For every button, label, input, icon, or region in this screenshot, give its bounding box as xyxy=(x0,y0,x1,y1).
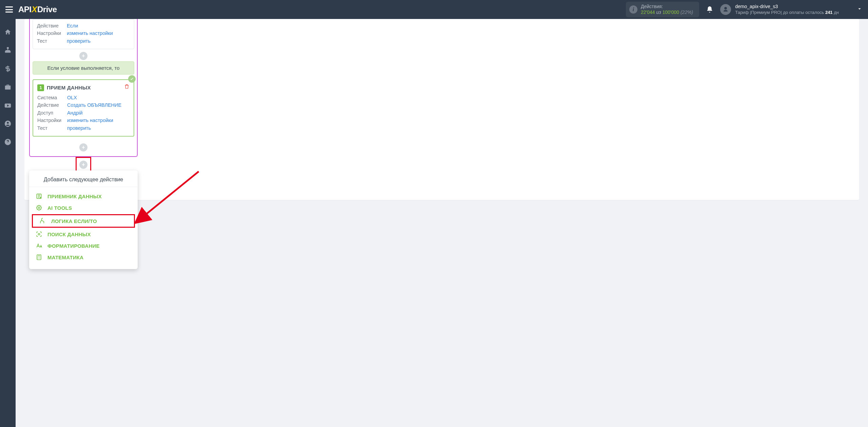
svg-rect-8 xyxy=(37,255,41,260)
bell-icon[interactable] xyxy=(706,6,713,13)
content-card xyxy=(24,19,859,200)
money-icon[interactable] xyxy=(4,65,12,74)
logo[interactable]: API X Drive xyxy=(18,5,57,14)
branch-icon xyxy=(39,218,46,224)
row-label: Действие xyxy=(37,22,67,29)
dropdown-item-ai-tools[interactable]: AI TOOLS xyxy=(29,202,138,214)
brain-icon xyxy=(35,204,43,211)
actions-of: из xyxy=(656,9,661,15)
youtube-icon[interactable] xyxy=(4,102,12,110)
svg-point-6 xyxy=(38,207,40,209)
test-link[interactable]: проверить xyxy=(67,124,91,132)
destination-title: ПРИЕМ ДАННЫХ xyxy=(47,84,91,92)
user-menu[interactable]: demo_apix-drive_s3 Тариф |Премиум PRO| д… xyxy=(720,4,863,15)
list-plus-icon xyxy=(35,193,43,200)
username: demo_apix-drive_s3 xyxy=(735,4,839,10)
step-number-badge: 1 xyxy=(37,84,44,91)
actions-total: 100'000 xyxy=(663,9,679,15)
briefcase-icon[interactable] xyxy=(4,83,12,92)
header-bar: API X Drive i Действия: 22'044 из 100'00… xyxy=(0,0,868,19)
calculator-icon xyxy=(35,254,43,261)
actions-used: 22'044 xyxy=(641,9,655,15)
add-action-dropdown: Добавить следующее действие ПРИЕМНИК ДАН… xyxy=(29,170,138,269)
logo-text-x: X xyxy=(32,5,37,14)
add-step-button[interactable]: + xyxy=(79,52,87,60)
dropdown-item-format[interactable]: ФОРМАТИРОВАНИЕ xyxy=(29,240,138,251)
logic-container: ДействиеЕсли Настройкиизменить настройки… xyxy=(29,19,138,157)
add-step-button[interactable]: + xyxy=(79,143,87,151)
help-icon[interactable] xyxy=(4,138,12,147)
dropdown-title: Добавить следующее действие xyxy=(29,170,138,187)
action-link[interactable]: Если xyxy=(67,22,78,29)
row-label: Настройки xyxy=(37,29,67,37)
dropdown-item-math[interactable]: МАТЕМАТИКА xyxy=(29,251,138,263)
condition-summary-block: ДействиеЕсли Настройкиизменить настройки… xyxy=(33,19,134,49)
tariff-line: Тариф |Премиум PRO| до оплаты осталось 2… xyxy=(735,10,839,15)
destination-block: 1 ПРИЕМ ДАННЫХ СистемаOLX ДействиеСоздат… xyxy=(33,79,134,137)
hamburger-icon[interactable] xyxy=(5,6,13,13)
info-icon: i xyxy=(629,5,637,14)
svg-point-7 xyxy=(38,233,40,235)
text-icon xyxy=(35,242,43,249)
connections-icon[interactable] xyxy=(4,47,12,56)
action-link[interactable]: Создать ОБЪЯВЛЕНИЕ xyxy=(67,101,121,109)
actions-pct: (22%) xyxy=(680,9,693,15)
scan-icon xyxy=(35,231,43,238)
add-action-button[interactable]: + xyxy=(79,161,87,169)
actions-label: Действия: xyxy=(641,4,693,9)
test-link[interactable]: проверить xyxy=(67,37,91,45)
chevron-down-icon xyxy=(856,6,863,13)
actions-pill[interactable]: i Действия: 22'044 из 100'000 (22%) xyxy=(626,2,699,17)
dropdown-item-search[interactable]: ПОИСК ДАННЫХ xyxy=(29,228,138,240)
row-label: Тест xyxy=(37,37,67,45)
trash-icon[interactable] xyxy=(124,83,130,92)
check-icon xyxy=(128,75,136,83)
dropdown-item-logic[interactable]: ЛОГИКА ЕСЛИ/ТО xyxy=(32,214,135,228)
avatar-icon xyxy=(720,4,731,15)
svg-point-2 xyxy=(7,122,9,124)
sidebar xyxy=(0,19,16,427)
dropdown-item-receiver[interactable]: ПРИЕМНИК ДАННЫХ xyxy=(29,190,138,202)
settings-link[interactable]: изменить настройки xyxy=(67,29,113,37)
system-link[interactable]: OLX xyxy=(67,94,77,101)
home-icon[interactable] xyxy=(4,28,12,37)
access-link[interactable]: Андрій xyxy=(67,109,83,117)
settings-link[interactable]: изменить настройки xyxy=(67,117,113,124)
profile-icon[interactable] xyxy=(4,120,12,129)
condition-true-bar: Если условие выполняется, то xyxy=(33,61,134,75)
logo-text-b: Drive xyxy=(37,5,57,14)
logo-text-a: API xyxy=(18,5,32,14)
